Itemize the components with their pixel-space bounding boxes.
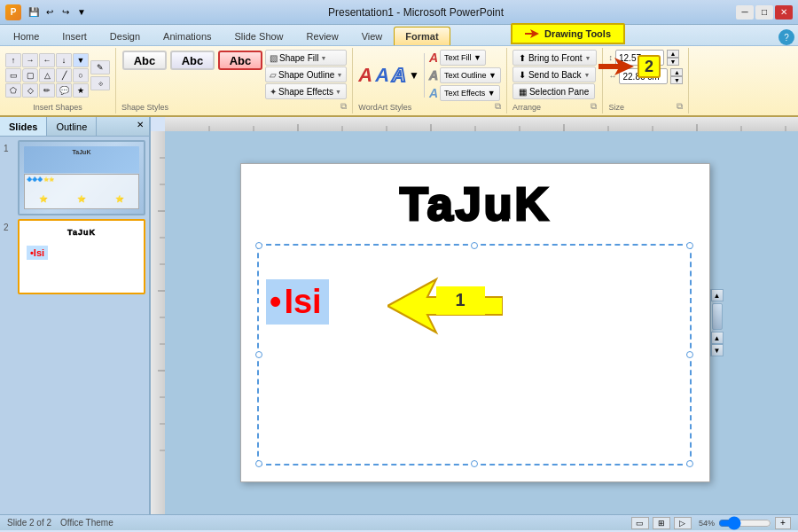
handle-tl[interactable] (255, 242, 262, 249)
minimize-button[interactable]: ─ (736, 5, 754, 20)
tab-animations[interactable]: Animations (152, 27, 223, 45)
wordart-expand[interactable]: ⧉ (495, 101, 501, 112)
shape-more[interactable]: ▼ (73, 53, 89, 67)
bring-to-front-btn[interactable]: ⬆ Bring to Front ▼ (512, 50, 598, 66)
app-icon: P (5, 4, 21, 20)
shape-arrow-up[interactable]: ↑ (5, 53, 21, 67)
handle-br[interactable] (686, 460, 693, 467)
handle-tm[interactable] (471, 242, 478, 249)
zoom-slider[interactable] (718, 519, 771, 528)
handle-mr[interactable] (686, 351, 693, 358)
wordart-more[interactable]: ▼ (409, 69, 419, 82)
shape-rect[interactable]: ▭ (5, 68, 21, 82)
width-up-btn[interactable]: ▲ (667, 50, 679, 58)
tab-design[interactable]: Design (98, 27, 152, 45)
tab-format[interactable]: Format (394, 27, 450, 45)
shape-outline-btn[interactable]: ▱ Shape Outline ▼ (265, 66, 347, 82)
shape-tools-btn[interactable]: ⟐ (90, 76, 110, 90)
shape-pentagon[interactable]: ⬠ (5, 83, 21, 98)
save-button[interactable]: 💾 (27, 5, 41, 20)
tab-review[interactable]: Review (295, 27, 350, 45)
ruler-horizontal (165, 117, 798, 131)
send-to-back-btn[interactable]: ⬇ Send to Back ▼ (512, 66, 596, 82)
text-effects-btn[interactable]: Text Effects ▼ (440, 85, 500, 101)
text-outline-btn[interactable]: Text Outline ▼ (440, 67, 501, 83)
scroll-up-btn[interactable]: ▲ (711, 289, 724, 301)
help-button[interactable]: ? (778, 29, 794, 45)
shape-effects-icon: ✦ (270, 87, 277, 97)
tab-outline[interactable]: Outline (47, 117, 97, 136)
tab-insert[interactable]: Insert (51, 27, 98, 45)
shape-fill-btn[interactable]: ▧ Shape Fill ▼ (265, 50, 347, 66)
style-btn-filled[interactable]: Abc (218, 51, 262, 70)
arrange-expand[interactable]: ⧉ (591, 101, 597, 112)
redo-button[interactable]: ↪ (59, 5, 73, 20)
insert-shapes-label: Insert Shapes (33, 101, 82, 112)
tab-slides[interactable]: Slides (0, 117, 47, 136)
shape-diamond[interactable]: ◇ (22, 83, 38, 98)
shape-callout[interactable]: 💬 (56, 83, 72, 98)
shape-fill-dropdown[interactable]: ▼ (320, 55, 326, 61)
undo-button[interactable]: ↩ (43, 5, 57, 20)
shape-effects-dropdown[interactable]: ▼ (335, 89, 341, 95)
shape-arrow-down[interactable]: ↓ (56, 53, 72, 67)
close-button[interactable]: ✕ (775, 5, 793, 20)
height-down-btn[interactable]: ▼ (670, 76, 683, 84)
handle-bm[interactable] (471, 460, 478, 467)
svg-marker-1 (598, 58, 634, 75)
tab-view[interactable]: View (350, 27, 395, 45)
wordart-a3[interactable]: A (392, 64, 406, 87)
handle-tr[interactable] (686, 242, 693, 249)
handle-ml[interactable] (255, 351, 262, 358)
tab-home[interactable]: Home (2, 27, 51, 45)
width-down-btn[interactable]: ▼ (667, 58, 679, 66)
scrollbar-vertical[interactable]: ▲ ▲ ▼ (710, 289, 723, 356)
title-bar: P 💾 ↩ ↪ ▼ Presentation1 - Microsoft Powe… (0, 0, 798, 25)
shape-outline-dropdown[interactable]: ▼ (336, 72, 342, 78)
shape-oval[interactable]: ○ (73, 68, 89, 82)
ruler-v-ticks (151, 131, 165, 514)
shape-effects-btn[interactable]: ✦ Shape Effects ▼ (265, 83, 347, 99)
edit-shapes-btn[interactable]: ✎ (90, 60, 110, 74)
customize-button[interactable]: ▼ (74, 5, 89, 20)
shape-line[interactable]: ╱ (56, 68, 72, 82)
scroll-thumb[interactable] (712, 303, 723, 330)
handle-bl[interactable] (255, 460, 262, 467)
zoom-in-btn[interactable]: + (775, 517, 791, 529)
wordart-a2[interactable]: A (375, 64, 389, 87)
slide-thumb-1[interactable]: 1 TaJuK 🔷🔷🔷 ⭐⭐ ⭐⭐⭐ (4, 140, 145, 215)
shape-arrow-left[interactable]: ← (39, 53, 55, 67)
slideshow-btn[interactable]: ▷ (674, 517, 692, 529)
shape-rounded-rect[interactable]: ▢ (22, 68, 38, 82)
send-back-dropdown[interactable]: ▼ (583, 72, 590, 78)
maximize-button[interactable]: □ (755, 5, 773, 20)
scroll-down-btn-1[interactable]: ▲ (711, 332, 724, 344)
wordart-a1[interactable]: A (358, 64, 372, 87)
shape-arrow-right[interactable]: → (22, 53, 38, 67)
isi-container[interactable]: • Isi (266, 279, 329, 325)
tab-slideshow[interactable]: Slide Show (223, 27, 295, 45)
slide-canvas[interactable]: TaJuK • (240, 163, 710, 482)
style-btn-outline[interactable]: Abc (170, 51, 215, 70)
shape-freeform[interactable]: ✏ (39, 83, 55, 98)
normal-view-btn[interactable]: ▭ (631, 517, 649, 529)
shape-triangle[interactable]: △ (39, 68, 55, 82)
slide-sorter-btn[interactable]: ⊞ (653, 517, 670, 529)
slide-preview-2[interactable]: TaJuK •Isi (18, 219, 145, 294)
sidebar-tabs: Slides Outline ✕ (0, 117, 149, 137)
sidebar-close-btn[interactable]: ✕ (131, 117, 149, 136)
style-btn-plain[interactable]: Abc (122, 51, 167, 70)
scroll-down-btn-2[interactable]: ▼ (711, 344, 724, 356)
slide-canvas-wrap[interactable]: TaJuK • (165, 131, 798, 514)
svg-rect-2 (165, 117, 798, 131)
slide-thumb-2[interactable]: 2 TaJuK •Isi (4, 219, 145, 294)
ruler-h-ticks (165, 117, 798, 131)
selection-pane-btn[interactable]: ▦ Selection Pane (512, 83, 595, 99)
height-up-btn[interactable]: ▲ (670, 68, 683, 76)
slide-preview-1[interactable]: TaJuK 🔷🔷🔷 ⭐⭐ ⭐⭐⭐ (18, 140, 145, 215)
shape-styles-expand[interactable]: ⧉ (340, 101, 347, 112)
bring-front-dropdown[interactable]: ▼ (585, 55, 591, 61)
size-expand[interactable]: ⧉ (677, 101, 683, 112)
text-fill-btn[interactable]: Text Fill ▼ (440, 50, 486, 66)
shape-star[interactable]: ★ (73, 83, 89, 98)
